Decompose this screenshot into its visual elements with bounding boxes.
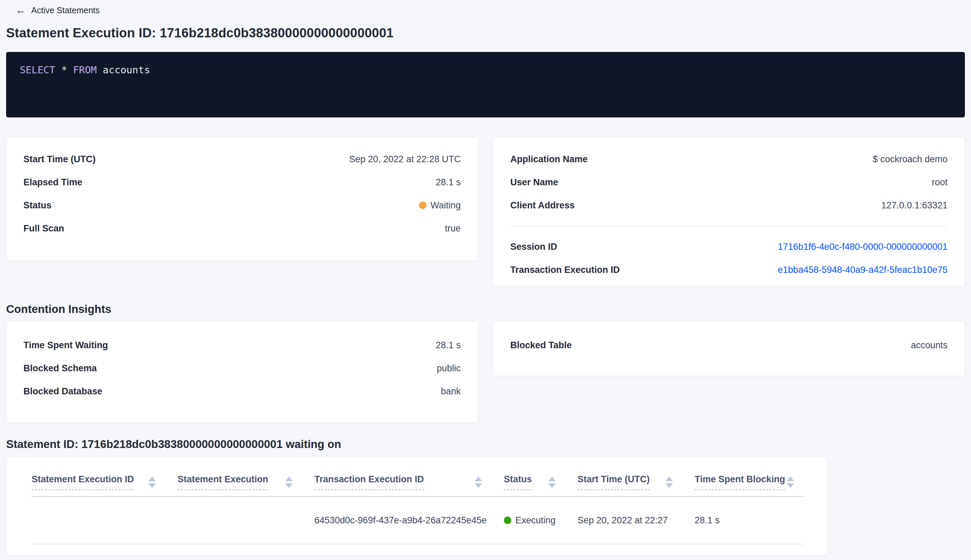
column-header-start-time[interactable]: Start Time (UTC) (577, 474, 695, 490)
sql-text: * (55, 64, 73, 76)
application-name-value: $ cockroach demo (873, 154, 948, 165)
column-header-statement-execution[interactable]: Statement Execution (178, 474, 314, 490)
transaction-execution-id-row: Transaction Execution ID e1bba458-5948-4… (510, 258, 948, 282)
transaction-execution-id-link[interactable]: e1bba458-5948-40a9-a42f-5feac1b10e75 (778, 265, 948, 275)
transaction-execution-id-label: Transaction Execution ID (510, 265, 620, 275)
column-header-label: Status (504, 474, 532, 490)
time-spent-waiting-label: Time Spent Waiting (23, 340, 108, 351)
blocked-table-label: Blocked Table (510, 340, 572, 351)
blocked-table-value: accounts (911, 340, 948, 351)
sort-arrows-icon[interactable] (548, 477, 556, 488)
executing-status-dot-icon (504, 517, 511, 524)
overview-cards-row: Start Time (UTC) Sep 20, 2022 at 22:28 U… (6, 137, 965, 287)
contention-cards-row: Time Spent Waiting 28.1 s Blocked Schema… (6, 321, 965, 423)
sql-text: accounts (97, 64, 150, 76)
sql-keyword: SELECT (20, 64, 55, 76)
waiting-on-table: Statement Execution ID Statement Executi… (6, 457, 828, 555)
status-badge: Waiting (419, 200, 461, 211)
user-name-row: User Name root (510, 171, 948, 194)
sort-arrows-icon[interactable] (148, 477, 156, 488)
status-value: Waiting (430, 200, 461, 211)
waiting-status-dot-icon (419, 202, 426, 209)
session-id-label: Session ID (510, 242, 557, 252)
application-name-label: Application Name (510, 154, 588, 165)
full-scan-label: Full Scan (23, 223, 64, 234)
client-address-label: Client Address (510, 200, 575, 211)
contention-right-card: Blocked Table accounts (493, 321, 965, 376)
user-name-value: root (932, 177, 948, 188)
session-id-link[interactable]: 1716b1f6-4e0c-f480-0000-000000000001 (778, 242, 948, 252)
status-label: Status (23, 200, 52, 211)
column-header-transaction-execution-id[interactable]: Transaction Execution ID (314, 474, 504, 490)
start-time-row: Start Time (UTC) Sep 20, 2022 at 22:28 U… (23, 148, 461, 171)
column-header-label: Transaction Execution ID (314, 474, 424, 490)
cell-transaction-execution-id: 64530d0c-969f-437e-a9b4-26a72245e45e (314, 515, 504, 526)
back-arrow-icon: ← (16, 5, 26, 15)
start-time-value: Sep 20, 2022 at 22:28 UTC (349, 154, 461, 165)
overview-card: Start Time (UTC) Sep 20, 2022 at 22:28 U… (6, 137, 478, 261)
blocked-schema-row: Blocked Schema public (23, 357, 461, 380)
sort-arrows-icon[interactable] (285, 477, 293, 488)
sql-statement-box: SELECT * FROM accounts (6, 52, 965, 117)
blocked-schema-label: Blocked Schema (23, 363, 97, 374)
column-header-statement-execution-id[interactable]: Statement Execution ID (32, 474, 178, 490)
cell-status-value: Executing (516, 515, 556, 526)
page-title: Statement Execution ID: 1716b218dc0b3838… (6, 26, 965, 40)
time-spent-waiting-value: 28.1 s (435, 340, 461, 351)
start-time-label: Start Time (UTC) (23, 154, 96, 165)
application-name-row: Application Name $ cockroach demo (510, 148, 948, 171)
full-scan-row: Full Scan true (23, 217, 461, 240)
column-header-time-spent-blocking[interactable]: Time Spent Blocking (695, 474, 804, 490)
cell-start-time: Sep 20, 2022 at 22:27 (577, 515, 695, 526)
cell-time-spent-blocking: 28.1 s (695, 515, 804, 526)
blocked-database-value: bank (441, 386, 461, 397)
blocked-database-row: Blocked Database bank (23, 380, 461, 403)
blocked-schema-value: public (437, 363, 461, 374)
sql-keyword: FROM (73, 64, 97, 76)
time-spent-waiting-row: Time Spent Waiting 28.1 s (23, 333, 461, 357)
user-name-label: User Name (510, 177, 558, 188)
blocked-database-label: Blocked Database (23, 386, 103, 397)
sort-arrows-icon[interactable] (787, 477, 794, 488)
elapsed-time-row: Elapsed Time 28.1 s (23, 171, 461, 194)
sort-arrows-icon[interactable] (475, 477, 482, 488)
contention-insights-heading: Contention Insights (6, 303, 965, 316)
sort-arrows-icon[interactable] (666, 477, 673, 488)
column-header-label: Start Time (UTC) (577, 474, 650, 490)
column-header-status[interactable]: Status (504, 474, 577, 490)
table-row: 64530d0c-969f-437e-a9b4-26a72245e45e Exe… (32, 497, 804, 544)
elapsed-time-value: 28.1 s (435, 177, 461, 188)
column-header-label: Statement Execution ID (32, 474, 134, 490)
column-header-label: Time Spent Blocking (695, 474, 785, 490)
cell-status: Executing (504, 515, 577, 526)
back-link-label: Active Statements (31, 5, 100, 15)
session-card: Application Name $ cockroach demo User N… (493, 137, 965, 287)
waiting-on-heading: Statement ID: 1716b218dc0b38380000000000… (6, 438, 965, 451)
session-id-row: Session ID 1716b1f6-4e0c-f480-0000-00000… (510, 235, 948, 258)
statement-details-page: ← Active Statements Statement Execution … (0, 0, 971, 555)
table-header-row: Statement Execution ID Statement Executi… (32, 457, 804, 497)
blocked-table-row: Blocked Table accounts (510, 333, 948, 357)
session-card-divider (510, 226, 948, 227)
client-address-row: Client Address 127.0.0.1:63321 (510, 194, 948, 217)
full-scan-value: true (445, 223, 461, 234)
back-link[interactable]: ← Active Statements (16, 3, 965, 17)
elapsed-time-label: Elapsed Time (23, 177, 82, 188)
status-row: Status Waiting (23, 194, 461, 217)
contention-left-card: Time Spent Waiting 28.1 s Blocked Schema… (6, 321, 478, 423)
client-address-value: 127.0.0.1:63321 (881, 200, 948, 211)
column-header-label: Statement Execution (178, 474, 268, 490)
